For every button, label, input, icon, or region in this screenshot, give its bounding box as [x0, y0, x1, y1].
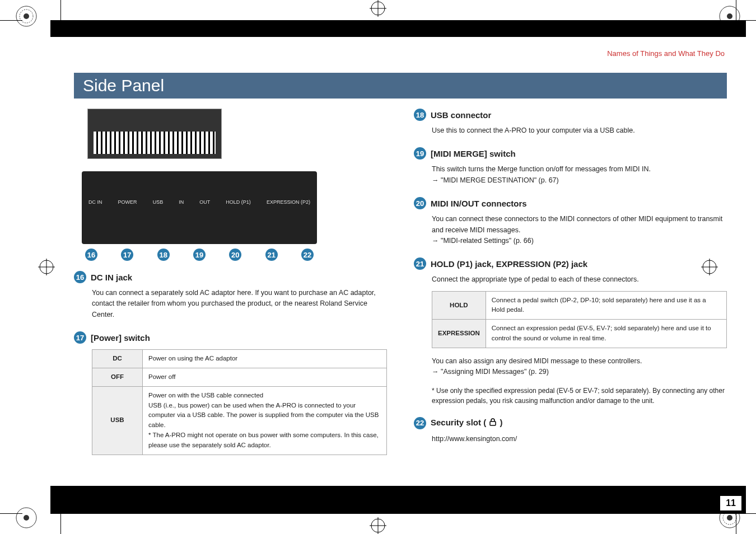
callout-badge: 17: [121, 249, 133, 261]
top-black-band: [50, 20, 746, 37]
callout-badge: 21: [414, 257, 426, 270]
item-16: 16 DC IN jack You can connect a separate…: [74, 271, 387, 320]
callout-badge: 16: [85, 249, 97, 261]
panel-label: POWER: [118, 199, 137, 205]
panel-label: OUT: [199, 199, 210, 205]
item-body: Use this to connect the A-PRO to your co…: [432, 125, 727, 136]
section-title: Side Panel: [74, 73, 727, 99]
crop-line: [736, 512, 736, 534]
item-body: You can connect these connectors to the …: [432, 214, 727, 236]
cell-line: * The A-PRO might not operate on bus pow…: [148, 430, 381, 451]
callout-badge: 18: [157, 249, 170, 261]
item-title: Security slot ( ): [431, 418, 503, 429]
callout-number-row: 16 17 18 19 20 21 22: [82, 249, 317, 261]
item-body: You can also assign any desired MIDI mes…: [432, 356, 727, 367]
table-header: DC: [92, 350, 143, 368]
item-title: HOLD (P1) jack, EXPRESSION (P2) jack: [431, 259, 587, 269]
footnote: Use only the specified expression pedal …: [432, 386, 727, 406]
callout-badge: 18: [414, 109, 426, 121]
item-body: This switch turns the Merge function on/…: [432, 164, 727, 175]
table-header: EXPRESSION: [432, 320, 486, 348]
panel-label: DC IN: [88, 199, 102, 205]
callout-badge: 20: [414, 197, 426, 209]
cross-reference: "Assigning MIDI Messages" (p. 29): [432, 367, 727, 377]
item-title: USB connector: [431, 110, 491, 120]
power-switch-table: DCPower on using the AC adaptor OFFPower…: [92, 349, 387, 455]
item-title: DC IN jack: [91, 273, 132, 282]
callout-badge: 19: [193, 249, 206, 261]
crop-line: [736, 0, 736, 22]
callout-badge: 17: [74, 331, 86, 344]
cross-reference: "MIDI MERGE DESTINATION" (p. 67): [432, 175, 727, 186]
url-text: http://www.kensington.com/: [432, 434, 727, 444]
crop-line: [60, 512, 61, 534]
item-21: 21 HOLD (P1) jack, EXPRESSION (P2) jack …: [414, 257, 727, 405]
registration-mark: [38, 259, 55, 275]
table-header: OFF: [92, 368, 143, 386]
source-filename: A-500_0823.book 11 ページ ２０１０年３月３２日 月曜日 午後…: [78, 12, 291, 20]
lock-icon: [488, 418, 497, 428]
svg-point-2: [24, 13, 29, 19]
cross-reference: "MIDI-related Settings" (p. 66): [432, 236, 727, 246]
item-body: You can connect a separately sold AC ada…: [92, 288, 387, 320]
title-text: ): [497, 418, 502, 427]
panel-label: EXPRESSION (P2): [267, 199, 310, 205]
panel-label: IN: [179, 199, 184, 205]
table-cell: Power off: [143, 368, 387, 386]
callout-badge: 21: [265, 249, 278, 261]
crop-mark: [15, 4, 38, 28]
registration-mark: [370, 517, 386, 534]
crop-line: [0, 20, 22, 21]
title-text: Security slot (: [431, 418, 488, 427]
crop-line: [0, 513, 22, 514]
svg-point-9: [727, 515, 732, 521]
item-22: 22 Security slot ( ) http://www.kensingt…: [414, 417, 727, 444]
svg-point-6: [24, 515, 29, 521]
item-title: [Power] switch: [91, 333, 150, 343]
breadcrumb: Names of Things and What They Do: [607, 49, 725, 58]
crop-mark: [15, 506, 38, 530]
registration-mark: [370, 0, 386, 17]
item-19: 19 [MIDI MERGE] switch This switch turns…: [414, 147, 727, 186]
callout-badge: 19: [414, 147, 426, 160]
item-title: [MIDI MERGE] switch: [431, 149, 516, 158]
panel-label: USB: [153, 199, 164, 205]
item-20: 20 MIDI IN/OUT connectors You can connec…: [414, 197, 727, 246]
cell-line: Power on with the USB cable connected: [148, 391, 381, 401]
item-title: MIDI IN/OUT connectors: [431, 199, 527, 208]
item-18: 18 USB connector Use this to connect the…: [414, 109, 727, 136]
callout-badge: 16: [74, 271, 86, 283]
table-cell: Power on with the USB cable connected US…: [143, 386, 387, 455]
keyboard-illustration: [87, 109, 222, 159]
callout-badge: 20: [229, 249, 241, 261]
pedal-table: HOLDConnect a pedal switch (DP-2, DP-10;…: [432, 291, 727, 348]
svg-rect-22: [490, 421, 496, 425]
table-cell: Connect an expression pedal (EV-5, EV-7;…: [486, 320, 726, 348]
cell-line: USB (i.e., bus power) can be used when t…: [148, 401, 381, 430]
svg-point-4: [727, 13, 732, 19]
table-cell: Connect a pedal switch (DP-2, DP-10; sol…: [486, 291, 726, 320]
table-header: HOLD: [432, 291, 486, 320]
crop-line: [60, 0, 61, 22]
bottom-black-band: [50, 486, 746, 514]
side-panel-illustration: DC IN POWER USB IN OUT HOLD (P1) EXPRESS…: [82, 171, 317, 244]
table-cell: Power on using the AC adaptor: [143, 350, 387, 368]
table-header: USB: [92, 386, 143, 455]
callout-badge: 22: [301, 249, 314, 261]
page-number: 11: [720, 496, 741, 510]
panel-label: HOLD (P1): [226, 199, 251, 205]
item-body: Connect the appropriate type of pedal to…: [432, 274, 727, 285]
callout-badge: 22: [414, 417, 426, 429]
item-17: 17 [Power] switch DCPower on using the A…: [74, 331, 387, 455]
